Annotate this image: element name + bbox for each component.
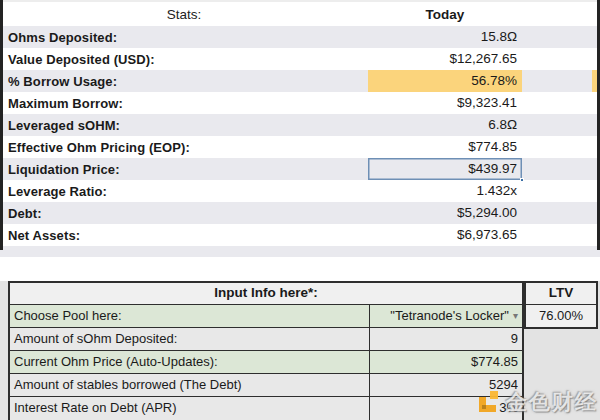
stat-label-cell[interactable]: Effective Ohm Pricing (EOP): [0,140,368,155]
input-row: Choose Pool here: "Tetranode's Locker"▾ [10,305,522,328]
stat-value-text: $439.97 [468,161,517,176]
golden-finance-logo-icon [477,390,503,414]
input-label-cell[interactable]: Current Ohm Price (Auto-Updates): [10,351,370,373]
stats-row: % Borrow Usage: 56.78% [0,70,600,92]
input-value-cell[interactable]: "Tetranode's Locker"▾ [370,305,522,327]
stat-label-cell[interactable]: Liquidation Price: [0,162,368,177]
stat-value-cell[interactable]: $9,323.41 [368,92,522,114]
input-rows: Choose Pool here: "Tetranode's Locker"▾ … [10,305,522,420]
spreadsheet-screenshot: Stats: Today Ohms Deposited: 15.8Ω Value… [0,0,600,420]
stat-value-cell[interactable]: $774.85 [368,136,522,158]
stat-label-cell[interactable]: Debt: [0,206,368,221]
stats-row: Ohms Deposited: 15.8Ω [0,26,600,48]
stats-rows: Ohms Deposited: 15.8Ω Value Deposited (U… [0,26,600,246]
golden-finance-watermark: 金色财经 [477,388,598,416]
input-label-cell[interactable]: Choose Pool here: [10,305,370,327]
input-table: Input Info here*: Choose Pool here: "Tet… [8,281,524,420]
stats-table-header: Stats: Today [0,2,600,26]
empty-stripe-row [0,246,600,257]
stat-value-text: $6,973.65 [457,227,517,242]
stat-value-cell[interactable]: 15.8Ω [368,26,522,48]
stat-value-text: $12,267.65 [449,51,517,66]
stat-value-text: $5,294.00 [457,205,517,220]
stat-value-text: $774.85 [468,139,517,154]
input-label-cell[interactable]: Amount of stables borrowed (The Debt) [10,374,370,396]
stats-row: Value Deposited (USD): $12,267.65 [0,48,600,70]
dropdown-arrow-icon[interactable]: ▾ [513,305,518,327]
stat-value-text: 1.432x [476,183,517,198]
stats-row: Liquidation Price: $439.97 [0,158,600,180]
stat-label-cell[interactable]: Maximum Borrow: [0,96,368,111]
ltv-value-cell[interactable]: 76.00% [526,305,596,327]
input-row: Amount of stables borrowed (The Debt) 52… [10,374,522,397]
stat-label-cell[interactable]: Ohms Deposited: [0,30,368,45]
input-label-cell[interactable]: Amount of sOhm Deposited: [10,328,370,350]
stats-table: Stats: Today Ohms Deposited: 15.8Ω Value… [0,2,600,257]
stat-value-text: $9,323.41 [457,95,517,110]
input-table-header-cell[interactable]: Input Info here*: [10,283,522,305]
stat-value-cell[interactable]: $5,294.00 [368,202,522,224]
ltv-column: LTV 76.00% [524,281,598,329]
watermark-text: 金色财经 [506,388,598,416]
today-header-cell[interactable]: Today [368,7,522,22]
stat-label-cell[interactable]: % Borrow Usage: [0,74,368,89]
stat-value-cell[interactable]: $12,267.65 [368,48,522,70]
stats-header-cell[interactable]: Stats: [0,7,368,22]
screen-edge-left [0,0,3,250]
stats-row: Leveraged sOHM: 6.8Ω [0,114,600,136]
input-value-cell[interactable]: $774.85▾ [370,351,522,373]
input-value-cell[interactable]: 9▾ [370,328,522,350]
stats-row: Debt: $5,294.00 [0,202,600,224]
input-row: Current Ohm Price (Auto-Updates): $774.8… [10,351,522,374]
input-label-cell[interactable]: Interest Rate on Debt (APR) [10,397,370,420]
stat-label-cell[interactable]: Value Deposited (USD): [0,52,368,67]
stat-label-cell[interactable]: Net Assets: [0,228,368,243]
input-row: Interest Rate on Debt (APR) 3%▾ [10,397,522,420]
input-value-text: "Tetranode's Locker" [390,308,509,323]
stat-value-cell[interactable]: 1.432x [368,180,522,202]
stat-value-text: 15.8Ω [481,29,517,44]
stats-row: Net Assets: $6,973.65 [0,224,600,246]
stats-row: Effective Ohm Pricing (EOP): $774.85 [0,136,600,158]
stat-label-cell[interactable]: Leverage Ratio: [0,184,368,199]
stats-row: Leverage Ratio: 1.432x [0,180,600,202]
input-row: Amount of sOhm Deposited: 9▾ [10,328,522,351]
input-value-text: $774.85 [471,354,518,369]
input-value-text: 9 [511,331,518,346]
stat-value-cell[interactable]: 6.8Ω [368,114,522,136]
stat-value-text: 56.78% [471,73,517,88]
stat-value-text: 6.8Ω [488,117,517,132]
stat-label-cell[interactable]: Leveraged sOHM: [0,118,368,133]
stat-value-cell[interactable]: $6,973.65 [368,224,522,246]
stat-value-cell[interactable]: $439.97 [368,158,522,180]
stats-row: Maximum Borrow: $9,323.41 [0,92,600,114]
stat-value-cell[interactable]: 56.78% [368,70,522,92]
ltv-header-cell[interactable]: LTV [526,283,596,305]
